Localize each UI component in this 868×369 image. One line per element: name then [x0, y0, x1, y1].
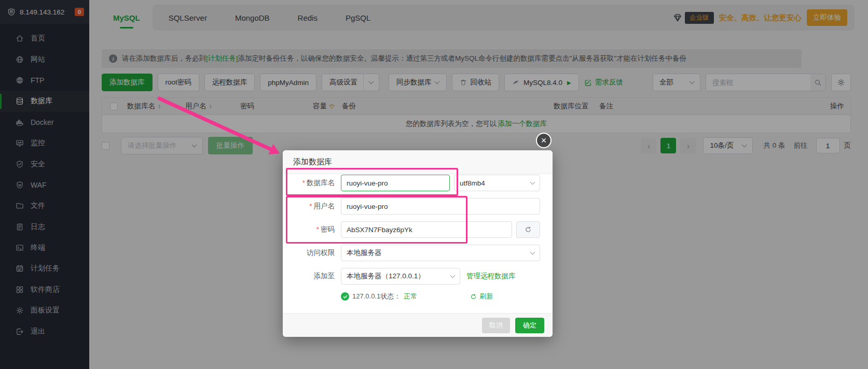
- target-server-select[interactable]: 本地服务器（127.0.0.1）: [341, 268, 460, 285]
- modal-close-button[interactable]: ×: [536, 133, 552, 148]
- check-circle-icon: [341, 292, 349, 301]
- username-input[interactable]: [341, 198, 540, 215]
- required-mark: *: [316, 225, 319, 233]
- add-database-modal: × 添加数据库 *数据库名 utf8mb4 *用户名 *密码 访问权限 本地服务…: [283, 150, 553, 337]
- server-status-row: 127.0.0.1状态： 正常 刷新: [341, 291, 540, 302]
- dbname-input[interactable]: [341, 175, 450, 191]
- confirm-button[interactable]: 确定: [515, 318, 544, 333]
- password-input[interactable]: [341, 221, 512, 238]
- refresh-status-link[interactable]: 刷新: [470, 292, 493, 301]
- dbname-label: 数据库名: [307, 179, 335, 187]
- refresh-icon: [470, 293, 477, 300]
- access-row: 访问权限 本地服务器: [283, 245, 540, 261]
- required-mark: *: [302, 179, 305, 187]
- modal-title: 添加数据库: [283, 150, 553, 174]
- password-row: *密码: [283, 221, 540, 238]
- status-text: 127.0.0.1状态：: [352, 292, 401, 301]
- target-label: 添加至: [283, 272, 341, 281]
- manage-remote-db-link[interactable]: 管理远程数据库: [466, 272, 516, 281]
- password-label: 密码: [321, 225, 335, 233]
- access-select[interactable]: 本地服务器: [341, 245, 540, 261]
- access-label: 访问权限: [283, 248, 341, 258]
- regenerate-password-button[interactable]: [516, 221, 540, 238]
- target-row: 添加至 本地服务器（127.0.0.1） 管理远程数据库: [283, 268, 540, 285]
- chevron-down-icon: [530, 249, 535, 254]
- required-mark: *: [309, 202, 312, 210]
- modal-footer: 取消 确定: [283, 313, 553, 337]
- charset-select[interactable]: utf8mb4: [454, 175, 540, 191]
- chevron-down-icon: [530, 179, 535, 184]
- chevron-down-icon: [450, 273, 456, 278]
- cancel-button[interactable]: 取消: [482, 318, 510, 333]
- dbname-row: *数据库名 utf8mb4: [283, 175, 540, 191]
- status-value: 正常: [404, 292, 417, 301]
- modal-body: *数据库名 utf8mb4 *用户名 *密码 访问权限 本地服务器 添加至 本地…: [283, 174, 553, 302]
- refresh-icon: [525, 226, 532, 233]
- username-label: 用户名: [314, 202, 335, 210]
- username-row: *用户名: [283, 198, 540, 215]
